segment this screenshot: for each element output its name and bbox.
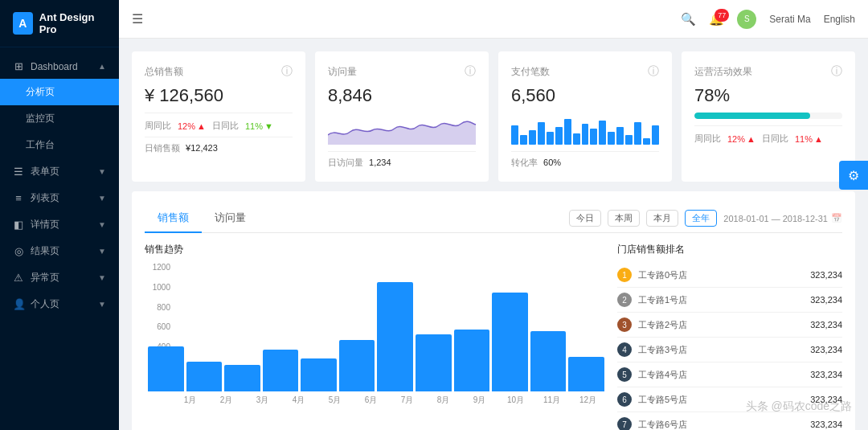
badge-count: 77 [714, 9, 729, 22]
chart-bar[interactable] [492, 293, 528, 391]
x-label: 5月 [318, 395, 351, 406]
content-area: 总销售额 ⓘ ¥ 126,560 周同比 12% ▲ 日同比 11% ▼ [119, 39, 868, 430]
mini-bar [625, 135, 633, 145]
mini-bar [608, 132, 615, 145]
y-label: 800 [145, 303, 174, 312]
sidebar-item-result[interactable]: ◎ 结果页 ▼ [0, 238, 119, 264]
mini-bar [520, 135, 527, 145]
rank-name: 工专路1号店 [638, 294, 804, 306]
time-btn-week[interactable]: 本周 [608, 210, 640, 227]
notification-badge[interactable]: 🔔 77 [709, 12, 724, 27]
chart-bar[interactable] [224, 365, 260, 391]
mini-bar [573, 133, 580, 145]
ranking-item: 7 工专路6号店 323,234 [617, 412, 842, 430]
chart-bar[interactable] [339, 340, 375, 391]
sidebar-item-analytics[interactable]: 分析页 [0, 79, 119, 105]
rank-value: 323,234 [810, 320, 842, 330]
sidebar-item-exception[interactable]: ⚠ 异常页 ▼ [0, 264, 119, 291]
stat-value: 78% [694, 85, 842, 106]
mini-bar [590, 129, 597, 145]
language-selector[interactable]: English [824, 14, 855, 25]
info-icon[interactable]: ⓘ [648, 64, 659, 79]
rank-number: 5 [617, 367, 632, 382]
stat-card-operations: 运营活动效果 ⓘ 78% 周同比 12% ▲ 日同比 11% ▲ [682, 51, 855, 182]
date-range[interactable]: 2018-01-01 — 2018-12-31 📅 [723, 213, 842, 223]
mini-bar [547, 132, 554, 145]
chart-bar[interactable] [568, 357, 604, 391]
conversion-footer: 转化率 60% [511, 151, 659, 169]
rank-number: 2 [617, 293, 632, 307]
stat-label: 总销售额 ⓘ [145, 64, 293, 79]
settings-button[interactable]: ⚙ [839, 161, 868, 190]
username[interactable]: Serati Ma [769, 14, 810, 25]
x-label: 6月 [354, 395, 387, 406]
time-btn-year[interactable]: 全年 [685, 210, 717, 227]
rank-name: 工专路6号店 [638, 419, 804, 431]
mini-bar [582, 124, 589, 145]
info-icon[interactable]: ⓘ [831, 64, 842, 79]
search-icon[interactable]: 🔍 [681, 12, 696, 27]
tab-sales[interactable]: 销售额 [145, 204, 202, 233]
time-btn-today[interactable]: 今日 [569, 210, 601, 227]
tab-actions: 今日 本周 本月 全年 2018-01-01 — 2018-12-31 📅 [569, 210, 842, 227]
logo-icon: A [13, 12, 33, 35]
stat-value: ¥ 126,560 [145, 85, 293, 106]
ranking-item: 3 工专路2号店 323,234 [617, 313, 842, 338]
mini-bar [564, 119, 571, 145]
x-label: 2月 [210, 395, 243, 406]
list-icon: ≡ [13, 192, 24, 204]
ranking-list: 1 工专路0号店 323,234 2 工专路1号店 323,234 3 工专路2… [617, 263, 842, 430]
mini-bar [599, 121, 606, 145]
result-icon: ◎ [13, 245, 24, 257]
rank-number: 6 [617, 392, 632, 407]
chart-bar[interactable] [301, 358, 337, 391]
time-btn-month[interactable]: 本月 [646, 210, 678, 227]
daily-visits-footer: 日访问量 1,234 [328, 151, 476, 169]
chart-bar[interactable] [416, 334, 452, 391]
mini-bar [643, 138, 650, 145]
x-label: 1月 [174, 395, 207, 406]
menu-toggle-icon[interactable]: ☰ [132, 11, 143, 27]
mini-bar [529, 130, 536, 145]
chevron-icon: ▼ [98, 167, 106, 176]
progress-bar [694, 113, 842, 119]
chart-bar[interactable] [263, 350, 299, 391]
forms-icon: ☰ [13, 166, 24, 178]
header-actions: 🔍 🔔 77 S Serati Ma English [681, 10, 855, 29]
chevron-icon: ▼ [98, 247, 106, 256]
sidebar-item-workspace[interactable]: 工作台 [0, 132, 119, 158]
calendar-icon: 📅 [831, 213, 842, 223]
rank-name: 工专路4号店 [638, 369, 804, 381]
chart-bar[interactable] [377, 282, 413, 391]
info-icon[interactable]: ⓘ [281, 64, 293, 79]
rank-value: 323,234 [810, 370, 842, 379]
wave-chart [328, 113, 476, 145]
sidebar-item-label: 列表页 [31, 191, 59, 205]
sidebar-item-personal[interactable]: 👤 个人页 ▼ [0, 291, 119, 317]
chart-section: 销售趋势 120010008006004002000 1月2月3月4月5月6月7… [145, 243, 604, 430]
panel-tabs: 销售额 访问量 今日 本周 本月 全年 2018-01-01 — 2018-12… [145, 204, 842, 233]
sidebar-item-label: 异常页 [31, 271, 59, 285]
chart-bar[interactable] [454, 330, 490, 391]
weekly-change: 12% ▲ [727, 134, 755, 144]
sidebar-item-forms[interactable]: ☰ 表单页 ▼ [0, 158, 119, 185]
sidebar-item-dashboard[interactable]: ⊞ Dashboard ▲ [0, 54, 119, 79]
sidebar-item-detail[interactable]: ◧ 详情页 ▼ [0, 211, 119, 238]
sidebar-nav: ⊞ Dashboard ▲ 分析页 监控页 工作台 ☰ 表单页 ▼ ≡ 列表页 … [0, 47, 119, 430]
tab-visits[interactable]: 访问量 [202, 204, 259, 233]
chart-bar[interactable] [530, 331, 567, 391]
y-label: 1000 [145, 283, 174, 292]
sidebar-item-list[interactable]: ≡ 列表页 ▼ [0, 185, 119, 211]
top-header: ☰ 🔍 🔔 77 S Serati Ma English [119, 0, 868, 39]
rank-number: 4 [617, 342, 632, 357]
rank-name: 工专路0号店 [638, 269, 804, 281]
chart-bar[interactable] [186, 362, 223, 391]
chart-bar[interactable] [148, 346, 184, 391]
ranking-item: 1 工专路0号店 323,234 [617, 263, 842, 288]
sidebar-logo: A Ant Design Pro [0, 0, 119, 47]
sidebar-item-monitor[interactable]: 监控页 [0, 105, 119, 132]
arrow-up-icon: ▲ [747, 134, 755, 144]
stats-row: 总销售额 ⓘ ¥ 126,560 周同比 12% ▲ 日同比 11% ▼ [132, 51, 855, 182]
ranking-section: 门店销售额排名 1 工专路0号店 323,234 2 工专路1号店 323,23… [617, 243, 842, 430]
info-icon[interactable]: ⓘ [465, 64, 476, 79]
